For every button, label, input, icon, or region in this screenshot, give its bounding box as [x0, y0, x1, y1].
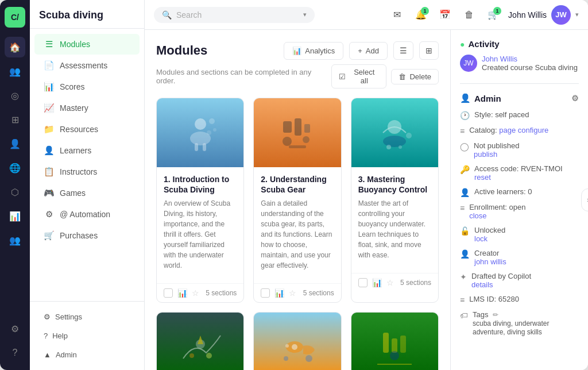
module-card-4[interactable]: 4. Learning Underwater Navigation Explor…: [156, 312, 244, 370]
activity-user[interactable]: John Willis: [482, 55, 578, 63]
nav-icon-globe[interactable]: 🌐: [5, 157, 25, 178]
sidebar-item-resources[interactable]: 📁 Resources: [34, 119, 140, 140]
svg-rect-28: [392, 338, 397, 353]
tags-icon: 🏷: [460, 311, 468, 320]
calendar-icon[interactable]: 📅: [436, 6, 454, 24]
add-label: Add: [366, 47, 379, 55]
scores-icon: 📊: [44, 82, 54, 92]
list-view-button[interactable]: ☰: [393, 41, 413, 60]
module-desc-1: An overview of Scuba Diving, its history…: [164, 198, 237, 271]
sidebar-footer-settings[interactable]: ⚙ Settings: [39, 309, 135, 325]
module-analytics-icon-2[interactable]: 📊: [274, 288, 284, 298]
details-link[interactable]: details: [471, 280, 493, 289]
trash-icon[interactable]: 🗑: [460, 6, 478, 24]
svg-point-25: [305, 355, 312, 362]
learners-icon: 👤: [44, 145, 54, 156]
user-area[interactable]: John Willis JW ▾: [508, 5, 579, 25]
admin-gear-icon[interactable]: ⚙: [571, 94, 579, 103]
creator-link[interactable]: john willis: [474, 257, 506, 266]
add-button[interactable]: + Add: [349, 42, 388, 60]
sidebar-item-learners[interactable]: 👤 Learners: [34, 140, 140, 161]
nav-icon-users[interactable]: 👥: [5, 61, 25, 82]
nav-icon-grid[interactable]: ⊞: [5, 109, 25, 130]
module-card-2[interactable]: 2. Understanding Scuba Gear Gain a detai…: [253, 98, 341, 303]
svg-point-17: [406, 133, 412, 138]
module-checkbox-2[interactable]: [261, 288, 270, 298]
nav-icon-person[interactable]: 👤: [5, 133, 25, 154]
module-body-1: 1. Introduction to Scuba Diving An overv…: [157, 167, 243, 283]
admin-title: 👤 Admin ⚙: [460, 93, 579, 103]
mail-icon[interactable]: ✉: [388, 6, 406, 24]
app-logo[interactable]: C/: [5, 7, 25, 28]
module-checkbox-1[interactable]: [164, 288, 173, 298]
admin-style-content: Style: self paced: [474, 110, 579, 119]
nav-icon-network[interactable]: ⬡: [5, 182, 25, 202]
module-thumb-4: [157, 313, 243, 370]
delete-button[interactable]: 🗑 Delete: [391, 69, 439, 84]
catalog-link[interactable]: page configure: [499, 126, 548, 134]
module-star-2[interactable]: ☆: [289, 288, 296, 298]
sidebar-label-games: Games: [60, 188, 86, 198]
body-area: Modules 📊 Analytics + Add ☰ ⊞: [145, 30, 588, 370]
nav-icon-help[interactable]: ?: [5, 342, 25, 363]
nav-icon-settings[interactable]: ⚙: [5, 318, 25, 339]
nav-icon-people[interactable]: 👥: [5, 230, 25, 250]
sidebar-item-assessments[interactable]: 📄 Assessments: [34, 55, 140, 76]
search-box[interactable]: 🔍 Search ▾: [154, 7, 315, 23]
module-star-1[interactable]: ☆: [192, 288, 199, 298]
module-card-1[interactable]: 1. Introduction to Scuba Diving An overv…: [156, 98, 244, 303]
module-card-6[interactable]: 6. Understanding Diving Physics Understa…: [351, 312, 439, 370]
sidebar-item-games[interactable]: 🎮 Games: [34, 183, 140, 203]
admin-lms-content: LMS ID: 65280: [469, 295, 579, 303]
chevron-up-icon: ▲: [44, 350, 51, 359]
top-bar-icons: ✉ 🔔 1 📅 🗑 🛒 1 John Willis JW ▾: [388, 5, 579, 25]
sidebar-footer-admin[interactable]: ▲ Admin: [39, 346, 135, 363]
search-dropdown-icon[interactable]: ▾: [303, 11, 307, 18]
user-avatar: JW: [551, 5, 571, 25]
nav-icon-bar-chart[interactable]: 📊: [5, 206, 25, 226]
cart-icon[interactable]: 🛒 1: [484, 6, 502, 24]
lock-link[interactable]: lock: [474, 234, 488, 243]
modules-icon: ☰: [44, 39, 54, 49]
expand-handle[interactable]: ›: [581, 188, 588, 211]
close-enrollment-link[interactable]: close: [469, 211, 486, 220]
admin-row-learners: 👤 Active learners: 0: [460, 187, 579, 197]
sidebar-label-learners: Learners: [60, 146, 91, 155]
module-star-3[interactable]: ☆: [386, 278, 394, 287]
sidebar-item-modules[interactable]: ☰ Modules: [34, 34, 140, 55]
select-all-button[interactable]: ☑ Select all: [331, 64, 386, 88]
delete-icon: 🗑: [399, 72, 406, 81]
sidebar-item-automation[interactable]: ⚙ @ Automation: [34, 204, 140, 225]
svg-rect-12: [289, 145, 306, 148]
nav-icon-chart[interactable]: ◎: [5, 85, 25, 106]
sidebar-item-purchases[interactable]: 🛒 Purchases: [34, 225, 140, 246]
module-sections-1: 5 sections: [206, 289, 237, 297]
admin-row-access: 🔑 Access code: RVEN-TMOI reset: [460, 164, 579, 182]
sidebar-footer-help[interactable]: ? Help: [39, 327, 135, 344]
module-card-5[interactable]: 5. Recognizing Marine Life Learn to iden…: [253, 312, 341, 370]
user-dropdown-icon[interactable]: ▾: [575, 11, 579, 18]
reset-link[interactable]: reset: [474, 173, 491, 182]
module-title-1: 1. Introduction to Scuba Diving: [164, 174, 237, 195]
admin-person-icon: 👤: [460, 93, 471, 103]
sidebar-item-mastery[interactable]: 📈 Mastery: [34, 98, 140, 118]
search-icon: 🔍: [162, 10, 172, 20]
grid-view-button[interactable]: ⊞: [419, 41, 439, 60]
sidebar-item-instructors[interactable]: 📋 Instructors: [34, 161, 140, 182]
module-analytics-icon-1[interactable]: 📊: [177, 288, 187, 298]
svg-rect-3: [203, 143, 206, 151]
edit-tags-icon[interactable]: ✏: [493, 311, 498, 319]
creator-icon: 👤: [460, 249, 470, 259]
publish-link[interactable]: publish: [474, 150, 497, 159]
module-analytics-icon-3[interactable]: 📊: [372, 278, 382, 287]
analytics-button[interactable]: 📊 Analytics: [284, 42, 343, 60]
admin-learners-content: Active learners: 0: [474, 187, 579, 196]
admin-row-enrollment: ≡ Enrollment: open close: [460, 203, 579, 220]
notification-icon[interactable]: 🔔 1: [412, 6, 430, 24]
admin-label: Admin: [56, 350, 77, 359]
nav-icon-home[interactable]: 🏠: [5, 37, 25, 57]
published-icon: ◯: [460, 142, 469, 151]
sidebar-item-scores[interactable]: 📊 Scores: [34, 76, 140, 97]
module-card-3[interactable]: 3. Mastering Buoyancy Control Master the…: [351, 98, 439, 303]
module-checkbox-3[interactable]: [358, 278, 368, 287]
